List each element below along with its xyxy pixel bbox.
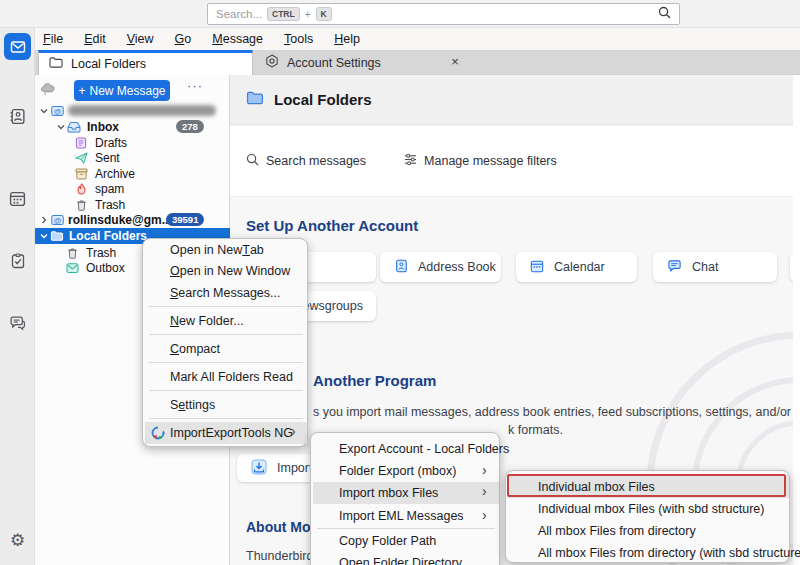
menu-item-folder-export[interactable]: Folder Export (mbox)› — [339, 461, 456, 481]
menu-item-settings[interactable]: Settings — [170, 395, 215, 415]
svg-text:@: @ — [53, 106, 61, 115]
menu-item-open-new-tab[interactable]: Open in New Tab — [170, 240, 264, 260]
menu-item-compact[interactable]: Compact — [170, 339, 220, 359]
folder-icon — [50, 230, 64, 242]
folder-row-inbox[interactable]: Inbox 278 — [35, 119, 230, 135]
tab-label: Local Folders — [71, 57, 146, 71]
settings-gear-icon[interactable]: ⚙ — [4, 527, 31, 554]
setup-button-address-book[interactable]: Address Book — [380, 252, 501, 282]
menu-message[interactable]: Message — [207, 31, 268, 47]
import-mbox-submenu: Individual mbox Files Individual mbox Fi… — [505, 470, 790, 563]
address-book-icon — [394, 259, 408, 276]
filter-sliders-icon — [404, 153, 417, 169]
folder-row-sent[interactable]: Sent — [35, 151, 230, 167]
menu-item-new-folder[interactable]: New Folder... — [170, 311, 244, 331]
menu-item-import-eml[interactable]: Import EML Messages› — [339, 506, 464, 526]
setup-button-calendar[interactable]: Calendar — [516, 252, 637, 282]
content-header: Local Folders — [230, 75, 793, 125]
menu-file[interactable]: File — [38, 31, 68, 47]
menu-item-export-account[interactable]: Export Account - Local Folders — [339, 439, 509, 459]
more-options-icon[interactable]: ··· — [187, 78, 203, 93]
chevron-down-icon[interactable] — [38, 107, 50, 115]
menu-item-all-mbox-directory-sbd[interactable]: All mbox Files from directory (with sbd … — [538, 543, 800, 563]
mail-icon[interactable] — [4, 33, 31, 60]
submenu-arrow-icon: › — [482, 462, 487, 478]
menu-separator — [149, 334, 303, 335]
chevron-down-icon[interactable] — [55, 123, 67, 131]
search-icon — [246, 153, 259, 169]
import-icon — [251, 459, 267, 478]
menu-item-open-new-window[interactable]: Open in New Window — [170, 261, 290, 281]
account-name-redacted — [68, 105, 216, 116]
search-messages-button[interactable]: Search messages — [246, 153, 366, 169]
account-row-redacted[interactable]: @ — [35, 103, 230, 119]
sent-icon — [74, 152, 88, 164]
menu-item-all-mbox-directory[interactable]: All mbox Files from directory — [538, 521, 696, 541]
menu-separator — [149, 306, 303, 307]
trash-icon — [65, 247, 79, 259]
tab-local-folders[interactable]: Local Folders — [38, 50, 253, 75]
menu-item-import-mbox-files[interactable]: Import mbox Files› — [313, 482, 499, 504]
new-message-button[interactable]: + New Message — [74, 80, 170, 101]
menu-separator — [317, 528, 495, 529]
menu-item-search-messages[interactable]: Search Messages... — [170, 283, 280, 303]
tab-close-icon[interactable]: × — [447, 54, 463, 70]
menu-bar: File Edit View Go Message Tools Help — [35, 28, 800, 50]
mail-account-icon: @ — [50, 214, 64, 226]
scrollbar-track[interactable] — [793, 75, 800, 565]
top-toolbar: Search... CTRL + K — [0, 0, 800, 28]
kbd-ctrl-badge: CTRL — [267, 7, 300, 21]
folder-row-archive[interactable]: Archive — [35, 166, 230, 182]
chat-bubble-icon — [667, 259, 682, 276]
menu-help[interactable]: Help — [329, 31, 365, 47]
global-search-input[interactable]: Search... CTRL + K — [207, 3, 680, 25]
search-placeholder: Search... — [216, 8, 262, 20]
menu-go[interactable]: Go — [170, 31, 197, 47]
tab-label: Account Settings — [287, 56, 381, 70]
menu-view[interactable]: View — [122, 31, 159, 47]
trash-icon — [74, 199, 88, 211]
calendar-icon[interactable] — [4, 185, 31, 212]
folder-row-drafts[interactable]: Drafts — [35, 135, 230, 151]
calendar-icon — [530, 259, 544, 276]
chat-icon[interactable] — [4, 310, 31, 337]
kbd-plus: + — [305, 9, 311, 20]
chevron-right-icon[interactable] — [38, 216, 50, 224]
menu-item-mark-all-read[interactable]: Mark All Folders Read — [170, 367, 293, 387]
chevron-down-icon[interactable] — [38, 232, 50, 240]
submenu-arrow-icon: › — [291, 423, 296, 439]
outbox-icon — [65, 262, 79, 274]
thought-cloud-icon[interactable] — [40, 82, 57, 100]
address-book-icon[interactable] — [4, 103, 31, 130]
menu-edit[interactable]: Edit — [79, 31, 111, 47]
page-title: Local Folders — [274, 91, 372, 108]
mail-account-icon: @ — [50, 105, 64, 117]
folder-row-trash[interactable]: Trash — [35, 197, 230, 213]
svg-text:@: @ — [53, 215, 61, 224]
search-icon[interactable] — [658, 5, 671, 23]
drafts-icon — [74, 137, 88, 149]
tab-account-settings[interactable]: Account Settings — [255, 50, 505, 75]
unread-badge: 39591 — [166, 213, 204, 226]
import-description-line1: s you import mail messages, address book… — [313, 405, 791, 419]
account-settings-icon — [265, 54, 279, 71]
menu-item-importexporttools-ng[interactable]: ImportExportTools NG › — [145, 422, 307, 444]
menu-separator — [149, 390, 303, 391]
menu-separator — [149, 418, 303, 419]
annotation-highlight-box — [507, 474, 786, 497]
menu-tools[interactable]: Tools — [279, 31, 318, 47]
menu-item-open-folder-directory[interactable]: Open Folder Directory — [339, 553, 462, 565]
tasks-icon[interactable] — [4, 247, 31, 274]
folder-icon — [246, 90, 264, 109]
menu-item-individual-mbox-sbd[interactable]: Individual mbox Files (with sbd structur… — [538, 499, 764, 519]
manage-filters-button[interactable]: Manage message filters — [404, 153, 557, 169]
importexporttools-icon — [151, 426, 165, 443]
setup-button-chat[interactable]: Chat — [653, 252, 777, 282]
menu-item-copy-folder-path[interactable]: Copy Folder Path — [339, 531, 436, 551]
inbox-icon — [67, 121, 81, 133]
account-row-rollinsduke[interactable]: @ rollinsduke@gm... 39591 — [35, 212, 230, 228]
unread-badge: 278 — [176, 120, 204, 133]
folder-row-spam[interactable]: spam — [35, 182, 230, 198]
submenu-arrow-icon: › — [482, 483, 487, 499]
menu-separator — [149, 362, 303, 363]
